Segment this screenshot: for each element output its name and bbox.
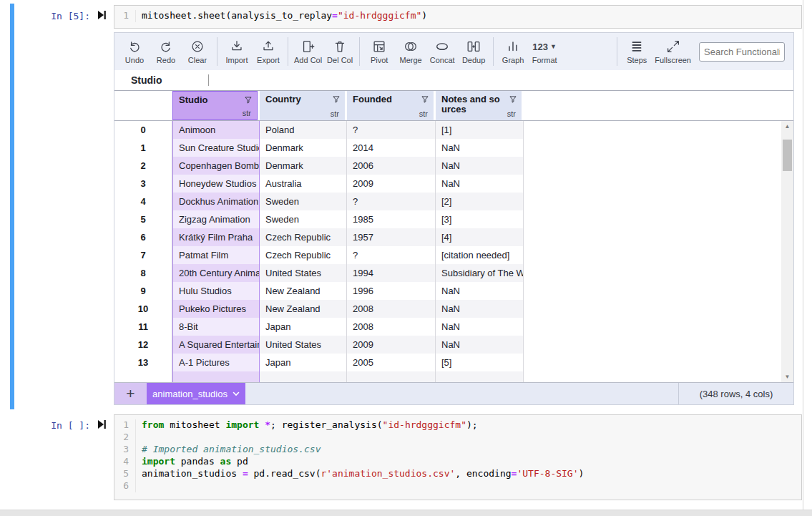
code-line[interactable]: 1mitosheet.sheet(analysis_to_replay="id-… xyxy=(114,10,801,22)
toolbar-export-button[interactable]: Export xyxy=(253,35,284,68)
row-index-cell[interactable]: 7 xyxy=(114,246,172,264)
filter-icon[interactable] xyxy=(331,94,341,104)
row-index-cell[interactable]: 9 xyxy=(114,282,172,300)
row-index-cell[interactable]: 2 xyxy=(114,157,172,175)
toolbar-steps-button[interactable]: Steps xyxy=(621,35,652,68)
row-index-cell[interactable]: 12 xyxy=(114,336,172,354)
sheet-tab-animation-studios[interactable]: animation_studios xyxy=(147,383,245,404)
code-cell-input[interactable]: 1from mitosheet import *; register_analy… xyxy=(114,414,802,500)
toolbar-dedup-button[interactable]: Dedup xyxy=(458,35,489,68)
table-cell[interactable]: NaN xyxy=(436,175,524,193)
toolbar-format-button[interactable]: 123▼ Format xyxy=(529,35,560,68)
toolbar-merge-button[interactable]: Merge xyxy=(395,35,426,68)
row-index-cell[interactable]: 6 xyxy=(114,228,172,246)
table-cell[interactable]: 1996 xyxy=(347,282,436,300)
table-cell[interactable]: Honeydew Studios xyxy=(172,175,260,193)
row-index-cell[interactable]: 4 xyxy=(114,193,172,210)
table-cell[interactable]: NaN xyxy=(436,139,524,157)
table-cell[interactable]: 2009 xyxy=(347,336,436,354)
code-line[interactable]: 1from mitosheet import *; register_analy… xyxy=(114,419,801,432)
toolbar-import-button[interactable]: Import xyxy=(221,35,253,68)
column-header-country[interactable]: Country str xyxy=(260,91,345,120)
table-cell[interactable]: Japan xyxy=(260,318,347,336)
table-cell[interactable]: ? xyxy=(347,246,436,264)
table-cell[interactable]: 2006 xyxy=(347,157,436,175)
table-cell[interactable]: Subsidiary of The Wa xyxy=(436,264,524,282)
table-cell[interactable]: Denmark xyxy=(260,157,347,175)
table-cell[interactable]: 8-Bit xyxy=(172,318,260,336)
table-cell[interactable]: [5] xyxy=(436,354,524,371)
table-cell[interactable]: Czech Republic xyxy=(260,246,347,264)
row-index-cell[interactable]: 0 xyxy=(114,121,172,139)
table-cell[interactable]: NaN xyxy=(436,318,524,336)
table-cell[interactable]: Dockhus Animation xyxy=(172,193,260,210)
table-cell[interactable]: 1985 xyxy=(347,210,436,228)
table-cell[interactable]: Australia xyxy=(260,175,347,193)
table-cell[interactable]: A-1 Pictures xyxy=(172,354,260,371)
column-header-notes-and-sources[interactable]: Notes and sources str xyxy=(436,91,522,120)
code-line[interactable]: 3# Imported animation_studios.csv xyxy=(114,444,801,456)
table-cell[interactable]: New Zealand xyxy=(260,300,347,318)
row-index-cell[interactable] xyxy=(114,371,172,382)
row-index-cell[interactable]: 1 xyxy=(114,139,172,157)
filter-icon[interactable] xyxy=(420,94,430,104)
table-cell[interactable] xyxy=(347,371,436,382)
toolbar-clear-button[interactable]: Clear xyxy=(182,35,213,68)
toolbar-graph-button[interactable]: Graph xyxy=(497,35,529,68)
run-cell-button[interactable] xyxy=(96,9,107,21)
filter-icon[interactable] xyxy=(243,95,253,105)
table-cell[interactable] xyxy=(436,371,524,382)
table-cell[interactable]: United States xyxy=(260,336,347,354)
toolbar-redo-button[interactable]: Redo xyxy=(150,35,182,68)
formula-bar[interactable]: Studio xyxy=(114,70,793,90)
row-index-cell[interactable]: 5 xyxy=(114,210,172,228)
column-header-studio[interactable]: Studio str xyxy=(172,91,258,120)
table-cell[interactable]: [2] xyxy=(436,193,524,210)
table-cell[interactable]: 1957 xyxy=(347,228,436,246)
code-line[interactable]: 2 xyxy=(114,432,801,444)
table-cell[interactable]: NaN xyxy=(436,157,524,175)
toolbar-undo-button[interactable]: Undo xyxy=(119,35,150,68)
row-index-cell[interactable]: 3 xyxy=(114,175,172,193)
table-cell[interactable]: A Squared Entertainm xyxy=(172,336,260,354)
table-cell[interactable]: Pukeko Pictures xyxy=(172,300,260,318)
row-index-cell[interactable]: 11 xyxy=(114,318,172,336)
code-cell-input[interactable]: 1mitosheet.sheet(analysis_to_replay="id-… xyxy=(114,5,802,29)
table-cell[interactable]: 2005 xyxy=(347,354,436,371)
table-cell[interactable]: Copenhagen Bombay xyxy=(172,157,260,175)
table-cell[interactable]: 2008 xyxy=(347,318,436,336)
table-cell[interactable] xyxy=(260,371,347,382)
table-cell[interactable]: Japan xyxy=(260,354,347,371)
table-cell[interactable]: [4] xyxy=(436,228,524,246)
table-cell[interactable]: Animoon xyxy=(172,121,260,139)
row-index-cell[interactable]: 8 xyxy=(114,264,172,282)
add-sheet-button[interactable]: + xyxy=(114,383,147,404)
search-functionality-input[interactable] xyxy=(699,42,785,62)
toolbar-del-col-button[interactable]: Del Col xyxy=(324,35,356,68)
table-cell[interactable]: Sweden xyxy=(260,210,347,228)
code-line[interactable]: 5animation_studios = pd.read_csv(r'anima… xyxy=(114,468,801,480)
toolbar-concat-button[interactable]: Concat xyxy=(426,35,458,68)
toolbar-add-col-button[interactable]: Add Col xyxy=(292,35,324,68)
table-cell[interactable]: Sweden xyxy=(260,193,347,210)
table-cell[interactable]: Czech Republic xyxy=(260,228,347,246)
table-cell[interactable]: NaN xyxy=(436,282,524,300)
toolbar-pivot-button[interactable]: Pivot xyxy=(363,35,395,68)
code-line[interactable]: 4import pandas as pd xyxy=(114,456,801,468)
table-cell[interactable]: Sun Creature Studio xyxy=(172,139,260,157)
table-cell[interactable]: Zigzag Animation xyxy=(172,210,260,228)
vertical-scrollbar[interactable]: ▲ ▼ xyxy=(781,121,793,382)
table-cell[interactable]: [1] xyxy=(436,121,524,139)
table-cell[interactable]: ? xyxy=(347,121,436,139)
table-cell[interactable]: Patmat Film xyxy=(172,246,260,264)
row-index-cell[interactable]: 13 xyxy=(114,354,172,371)
table-cell[interactable]: NaN xyxy=(436,336,524,354)
table-cell[interactable]: 20th Century Animati xyxy=(172,264,260,282)
table-cell[interactable]: [citation needed] xyxy=(436,246,524,264)
row-index-cell[interactable]: 10 xyxy=(114,300,172,318)
table-cell[interactable]: 2009 xyxy=(347,175,436,193)
table-cell[interactable]: Poland xyxy=(260,121,347,139)
table-cell[interactable]: 2008 xyxy=(347,300,436,318)
table-cell[interactable]: United States xyxy=(260,264,347,282)
scrollbar-thumb[interactable] xyxy=(783,140,792,171)
